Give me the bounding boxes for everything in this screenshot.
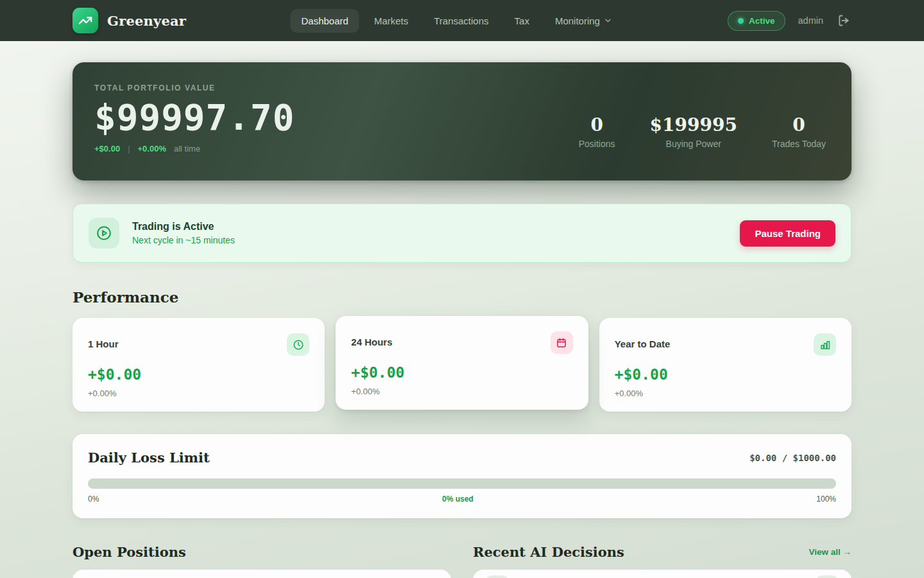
nav-item-tax[interactable]: Tax	[504, 9, 540, 33]
nav-item-dashboard[interactable]: Dashboard	[290, 9, 359, 33]
daily-loss-heading: Daily Loss Limit	[88, 450, 210, 466]
stat-label: Buying Power	[650, 139, 737, 149]
stat-label: Trades Today	[772, 139, 826, 149]
clock-icon	[287, 333, 309, 356]
perf-card-percent: +0.00%	[88, 389, 309, 398]
stat-positions: 0 Positions	[579, 114, 615, 149]
nav-item-transactions[interactable]: Transactions	[423, 9, 499, 33]
perf-card-label: 24 Hours	[351, 337, 392, 347]
nav-item-monitoring[interactable]: Monitoring	[544, 9, 624, 33]
divider: |	[128, 144, 130, 153]
banner-text-group: Trading is Active Next cycle in ~15 minu…	[132, 221, 235, 245]
status-dot-icon	[738, 18, 744, 24]
nav-item-markets[interactable]: Markets	[363, 9, 419, 33]
stat-value: 0	[579, 114, 615, 136]
perf-card-1-hour: 1 Hour +$0.00 +0.00%	[73, 318, 325, 412]
loss-label-min: 0%	[88, 495, 99, 504]
change-percent: +0.00%	[138, 144, 166, 153]
change-period: all time	[174, 144, 200, 153]
calendar-icon	[551, 331, 573, 354]
status-badge-label: Active	[749, 16, 775, 26]
loss-label-max: 100%	[816, 495, 836, 504]
banner-subtitle: Next cycle in ~15 minutes	[132, 235, 235, 245]
change-amount: +$0.00	[94, 144, 120, 153]
open-positions-section: Open Positions	[73, 543, 451, 578]
top-navbar: Greenyear Dashboard Markets Transactions…	[0, 0, 924, 41]
view-all-link[interactable]: View all →	[809, 547, 851, 557]
navbar-right-group: Active admin	[728, 11, 851, 31]
perf-card-percent: +0.00%	[351, 387, 572, 396]
stat-value: 0	[772, 114, 826, 136]
brand-logo[interactable]: Greenyear	[73, 8, 186, 33]
nav-item-label: Monitoring	[555, 15, 600, 26]
portfolio-summary-card: TOTAL PORTFOLIO VALUE $99997.70 +$0.00 |…	[73, 62, 851, 180]
perf-card-value: +$0.00	[615, 366, 836, 383]
main-nav: Dashboard Markets Transactions Tax Monit…	[290, 9, 623, 33]
trending-up-icon	[73, 8, 98, 33]
stat-label: Positions	[579, 139, 615, 149]
status-badge: Active	[728, 11, 785, 31]
logout-icon	[837, 14, 850, 27]
nav-item-label: Markets	[374, 15, 408, 26]
ai-decisions-section: Recent AI Decisions View all →	[473, 543, 851, 578]
logout-button[interactable]	[836, 13, 851, 28]
perf-card-value: +$0.00	[351, 364, 572, 381]
nav-item-label: Tax	[515, 15, 529, 26]
performance-heading: Performance	[73, 288, 851, 306]
brand-name: Greenyear	[107, 13, 186, 29]
portfolio-change-row: +$0.00 | +0.00% all time	[94, 144, 295, 153]
perf-card-24-hours: 24 Hours +$0.00 +0.00%	[336, 316, 588, 410]
banner-title: Trading is Active	[132, 221, 235, 232]
bar-chart-icon	[814, 333, 836, 356]
open-positions-card	[73, 570, 451, 578]
portfolio-stats: 0 Positions $199995 Buying Power 0 Trade…	[579, 114, 826, 149]
pause-trading-button[interactable]: Pause Trading	[740, 220, 835, 247]
perf-card-year-to-date: Year to Date +$0.00 +0.00%	[599, 318, 851, 412]
open-positions-heading: Open Positions	[73, 544, 186, 560]
perf-card-percent: +0.00%	[615, 389, 836, 398]
decision-badge	[816, 575, 839, 578]
daily-loss-usage: $0.00 / $1000.00	[749, 453, 836, 463]
portfolio-value-group: TOTAL PORTFOLIO VALUE $99997.70 +$0.00 |…	[94, 83, 295, 161]
daily-loss-limit-card: Daily Loss Limit $0.00 / $1000.00 0% 0% …	[73, 434, 851, 518]
main-content: TOTAL PORTFOLIO VALUE $99997.70 +$0.00 |…	[73, 62, 851, 578]
daily-loss-progress-bar	[88, 478, 836, 489]
nav-item-label: Transactions	[434, 15, 488, 26]
performance-cards: 1 Hour +$0.00 +0.00% 24 Hours	[73, 318, 851, 412]
portfolio-label: TOTAL PORTFOLIO VALUE	[94, 83, 295, 92]
ai-decisions-heading: Recent AI Decisions	[473, 544, 624, 560]
username-label: admin	[798, 15, 824, 26]
portfolio-value: $99997.70	[94, 98, 295, 137]
stat-buying-power: $199995 Buying Power	[650, 114, 737, 149]
nav-item-label: Dashboard	[301, 15, 348, 26]
ai-decisions-card	[473, 570, 851, 578]
perf-card-label: Year to Date	[615, 338, 671, 349]
play-circle-icon	[89, 218, 119, 249]
daily-loss-labels: 0% 0% used 100%	[88, 495, 836, 504]
perf-card-label: 1 Hour	[88, 338, 119, 349]
bottom-sections: Open Positions Recent AI Decisions View …	[73, 543, 851, 578]
decision-avatar	[486, 575, 509, 578]
stat-trades-today: 0 Trades Today	[772, 114, 826, 149]
chevron-down-icon	[604, 16, 613, 25]
trading-status-banner: Trading is Active Next cycle in ~15 minu…	[73, 204, 851, 263]
loss-label-used: 0% used	[442, 495, 474, 504]
perf-card-value: +$0.00	[88, 366, 309, 383]
stat-value: $199995	[650, 114, 737, 136]
